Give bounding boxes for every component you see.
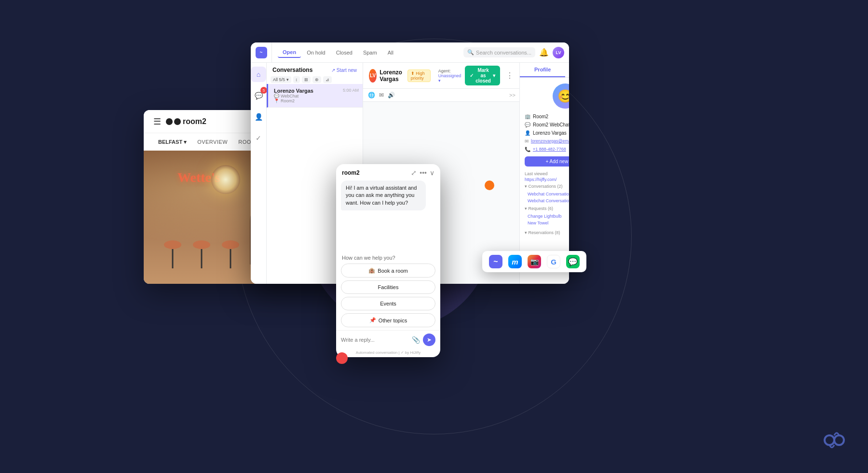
conv-title: Conversations <box>272 67 312 73</box>
requests-count: Requests (6) <box>528 206 553 211</box>
bot-greeting-message: Hi! I am a virtual assistant and you can… <box>341 181 426 210</box>
reservations-count: Reservations (8) <box>528 230 560 235</box>
nav-home[interactable]: ⌂ <box>251 67 266 82</box>
request-2: New Towel 8/07/2023 <box>520 220 569 226</box>
nav-contacts[interactable]: 👤 <box>251 109 266 125</box>
add-contact-button[interactable]: + Add new contact <box>525 156 569 167</box>
option-events[interactable]: Events <box>341 297 435 310</box>
audio-icon[interactable]: 🔊 <box>387 91 396 99</box>
request-name-1[interactable]: Change Lightbulb <box>528 214 562 219</box>
conversations-count: Conversations (2) <box>528 184 562 189</box>
orange-status-dot <box>485 181 494 190</box>
messenger-icon[interactable]: m <box>508 255 522 268</box>
chatbot-brand: room2 <box>342 169 360 176</box>
more-options-icon[interactable]: ⋮ <box>506 71 514 80</box>
hotel-logo-text: room2 <box>183 117 206 126</box>
notification-icon[interactable]: 🔔 <box>539 48 549 57</box>
attachment-icon[interactable]: 📎 <box>412 336 420 344</box>
hotel-city[interactable]: BELFAST ▾ <box>158 139 187 145</box>
tab-spam[interactable]: Spam <box>358 48 382 57</box>
hotel-menu-overview[interactable]: OVERVIEW <box>197 139 228 145</box>
conv-list-header: Conversations ↗ Start new <box>267 63 363 75</box>
expand-icon[interactable]: >> <box>509 92 515 98</box>
more-chatbot-icon[interactable]: ••• <box>420 169 427 177</box>
crm-logo: ~ <box>256 47 267 58</box>
email-value[interactable]: lorenzovargas@email.com <box>531 139 569 143</box>
conv-link-2[interactable]: Webchat Conversation - Room2 <box>520 197 569 204</box>
chatbot-reply-input[interactable] <box>341 337 409 343</box>
option-other-topics[interactable]: 📌 Other topics <box>341 313 435 327</box>
hamburger-icon[interactable]: ☰ <box>153 116 161 127</box>
person-icon: 👤 <box>525 130 530 136</box>
channel-icon: 📍 <box>274 98 279 103</box>
stool-2 <box>192 240 211 274</box>
conversation-item[interactable]: Lorenzo Vargas 💬 WebChat 📍 Room2 5:00 AM <box>267 84 363 108</box>
crm-tabs: Open On hold Closed Spam All <box>272 42 404 62</box>
social-channels-bar: ~ m 📷 G 💬 <box>482 251 586 272</box>
webchat-icon: 💬 <box>274 94 279 98</box>
tab-all[interactable]: All <box>383 48 398 57</box>
option-book-room[interactable]: 🏨 Book a room <box>341 264 435 278</box>
profile-avatar: 😊 🇪🇸 <box>553 83 569 109</box>
filter-group[interactable]: ⊞ <box>302 76 311 83</box>
conv-channel: 📍 Room2 <box>274 98 357 103</box>
contact-name: Lorenzo Vargas <box>380 69 405 83</box>
tab-closed[interactable]: Closed <box>331 48 357 57</box>
email-icon[interactable]: ✉ <box>378 91 385 99</box>
tab-profile[interactable]: Profile <box>520 63 566 77</box>
instagram-icon[interactable]: 📷 <box>528 255 541 268</box>
conversations-section-header: ▾ Conversations (2) <box>520 182 569 191</box>
profile-company: 🏢 Room2 <box>525 112 569 121</box>
crm-left-nav: ⌂ 💬 5 👤 ✓ <box>251 63 267 284</box>
conversations-toggle[interactable]: ▾ Conversations (2) <box>525 184 563 189</box>
filter-funnel[interactable]: ⊿ <box>323 76 332 83</box>
search-icon: 🔍 <box>467 49 474 56</box>
contact-full-name: Lorenzo Vargas <box>533 130 567 136</box>
mark-closed-button[interactable]: ✓ Mark as closed ▾ <box>465 66 500 85</box>
profile-contact-name: 👤 Lorenzo Vargas <box>525 129 569 137</box>
reservations-toggle[interactable]: ▾ Reservations (8) <box>525 230 560 235</box>
wechat-icon[interactable]: 💬 <box>566 255 580 268</box>
chatbot-footer: Automated conversation | ✓ by HiJiffy <box>336 349 440 357</box>
tab-activity[interactable]: Activity <box>565 63 569 77</box>
other-topics-label: Other topics <box>379 318 407 323</box>
conv-contact-info: LV Lorenzo Vargas ⬆ High priority <box>369 69 431 83</box>
filter-sort[interactable]: ↕ <box>293 76 300 83</box>
user-avatar[interactable]: LV <box>553 47 564 58</box>
svg-point-0 <box>825 435 834 445</box>
how-help-label: How can we help you? <box>341 255 435 261</box>
nav-conversations[interactable]: 💬 5 <box>251 88 266 103</box>
email-icon-sm: ✉ <box>525 139 529 144</box>
request-name-2[interactable]: New Towel <box>528 221 548 225</box>
crm-search-box[interactable]: 🔍 Search conversations... <box>463 47 535 57</box>
last-viewed-url[interactable]: https://hijffy.com/ <box>520 177 569 182</box>
close-chatbot-icon[interactable]: ∨ <box>430 169 434 177</box>
chatwoot-icon[interactable]: ~ <box>489 255 502 268</box>
google-icon[interactable]: G <box>547 255 560 268</box>
requests-toggle[interactable]: ▾ Requests (6) <box>525 206 553 211</box>
conv-time: 5:00 AM <box>343 88 359 93</box>
avatar-face: 😊 <box>557 90 569 102</box>
conv-link-1[interactable]: Webchat Conversation - Room2 <box>520 191 569 197</box>
tab-open[interactable]: Open <box>278 47 301 58</box>
send-button[interactable]: ➤ <box>423 334 435 346</box>
tab-onhold[interactable]: On hold <box>302 48 330 57</box>
expand-chatbot-icon[interactable]: ⤢ <box>411 169 417 177</box>
profile-tabs: Profile Activity <box>520 63 569 78</box>
chatbot-messages: Hi! I am a virtual assistant and you can… <box>336 181 440 255</box>
chatbot-options: 🏨 Book a room Facilities Events 📌 Other … <box>336 264 440 330</box>
priority-badge: ⬆ High priority <box>407 70 431 82</box>
phone-value[interactable]: +1 888-482-7768 <box>533 147 566 152</box>
stool-3 <box>221 240 240 274</box>
option-facilities[interactable]: Facilities <box>341 280 435 294</box>
filter-all[interactable]: All 5/5 ▾ <box>271 76 291 83</box>
events-label: Events <box>380 301 396 306</box>
profile-email: ✉ lorenzovargas@email.com <box>525 137 569 145</box>
nav-settings[interactable]: ✓ <box>251 130 266 146</box>
language-icon[interactable]: 🌐 <box>367 91 376 99</box>
filter-more[interactable]: ⊛ <box>312 76 321 83</box>
agent-name[interactable]: Unassigned ▾ <box>438 73 461 83</box>
stool-1 <box>163 240 182 274</box>
start-new-button[interactable]: ↗ Start new <box>331 68 357 73</box>
profile-details: 🏢 Room2 💬 Room2 WebChat 👤 Lorenzo Vargas… <box>520 112 569 153</box>
